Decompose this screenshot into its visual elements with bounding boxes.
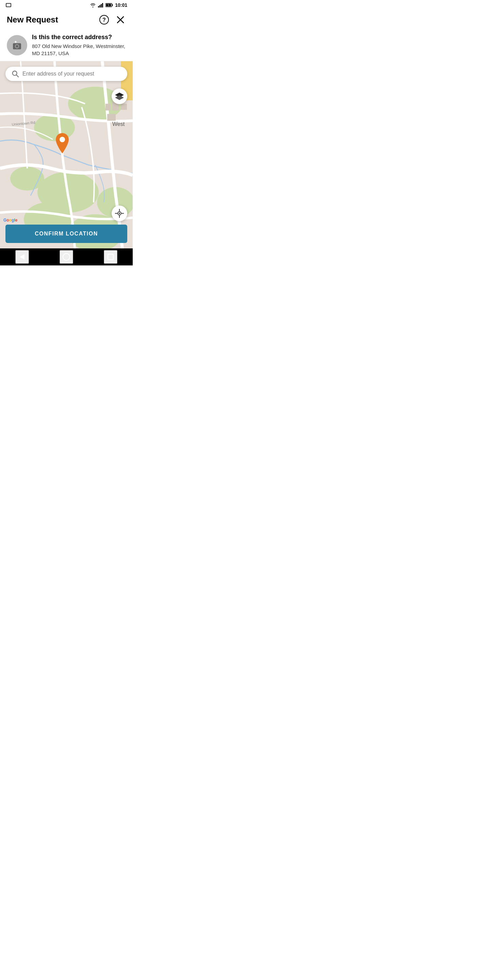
help-button[interactable]: ?	[99, 14, 110, 25]
svg-rect-46	[108, 254, 113, 259]
status-time: 10:01	[115, 2, 127, 8]
status-bar: 10:01	[0, 0, 133, 10]
svg-text:?: ?	[102, 17, 106, 23]
back-arrow-icon	[18, 253, 26, 261]
svg-marker-44	[20, 254, 24, 259]
address-detail: 807 Old New Windsor Pike, Westminster, M…	[32, 43, 126, 57]
camera-avatar[interactable]	[7, 35, 27, 56]
help-icon: ?	[99, 15, 109, 24]
close-icon	[116, 16, 124, 24]
svg-point-39	[119, 213, 120, 214]
address-question: Is this the correct address?	[32, 33, 126, 41]
svg-point-37	[60, 137, 65, 142]
svg-line-34	[16, 75, 18, 77]
layers-icon	[115, 92, 124, 100]
page-title: New Request	[7, 15, 58, 24]
svg-rect-32	[107, 114, 116, 121]
location-pin-icon	[54, 133, 70, 153]
wifi-icon	[90, 3, 96, 8]
svg-point-45	[63, 253, 70, 260]
camera-add-icon	[11, 40, 22, 50]
svg-rect-3	[99, 5, 100, 8]
address-banner: Is this the correct address? 807 Old New…	[0, 29, 133, 61]
home-circle-icon	[63, 253, 70, 261]
svg-rect-29	[105, 104, 111, 111]
svg-rect-8	[106, 4, 111, 6]
svg-marker-36	[115, 95, 124, 100]
confirm-location-button[interactable]: CONFIRM LOCATION	[5, 224, 127, 243]
address-search-input[interactable]	[22, 71, 121, 77]
svg-rect-31	[121, 104, 127, 110]
current-location-button[interactable]	[111, 205, 127, 221]
status-left	[5, 3, 11, 8]
search-bar[interactable]	[5, 67, 127, 81]
search-icon	[11, 70, 19, 78]
svg-rect-4	[101, 4, 102, 8]
battery-icon	[105, 3, 113, 7]
address-text-block: Is this the correct address? 807 Old New…	[32, 33, 126, 57]
svg-rect-7	[112, 5, 113, 6]
svg-rect-2	[98, 6, 99, 8]
svg-rect-1	[6, 4, 11, 6]
svg-point-15	[16, 45, 18, 48]
header: New Request ?	[0, 10, 133, 29]
svg-text:West: West	[112, 121, 125, 127]
nav-home-button[interactable]	[60, 250, 73, 264]
bottom-nav-bar	[0, 248, 133, 266]
my-location-icon	[115, 209, 124, 218]
nav-recents-button[interactable]	[104, 250, 118, 264]
close-button[interactable]	[115, 14, 126, 25]
google-logo: Google	[3, 218, 18, 223]
status-right: 10:01	[90, 2, 127, 8]
map-background: Uniontown Rd West	[0, 61, 133, 248]
map-container[interactable]: Uniontown Rd West	[0, 61, 133, 248]
header-actions: ?	[99, 14, 126, 25]
signal-icon	[98, 3, 103, 8]
sim-icon	[5, 3, 11, 8]
nav-back-button[interactable]	[15, 250, 29, 264]
map-pin	[54, 133, 70, 155]
recents-square-icon	[107, 253, 114, 260]
svg-rect-5	[102, 3, 103, 8]
